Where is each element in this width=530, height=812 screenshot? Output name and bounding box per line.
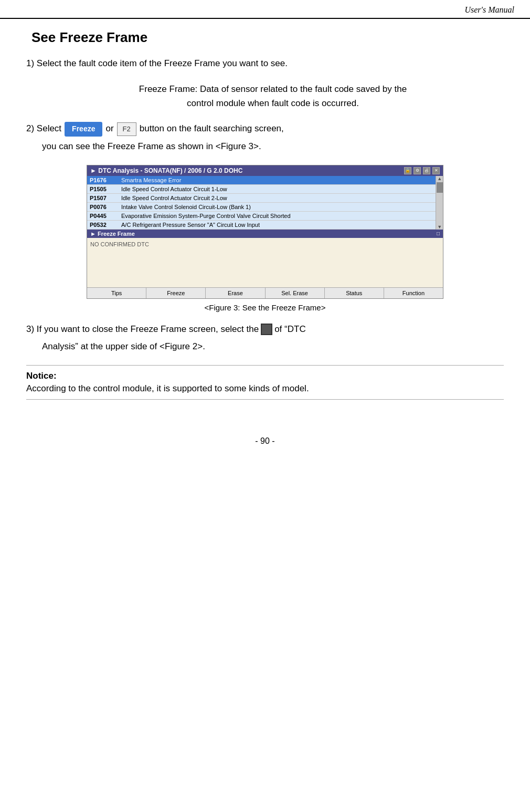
- table-row[interactable]: P0445Evaporative Emission System-Purge C…: [87, 211, 436, 220]
- screenshot-container: ► DTC Analysis - SONATA(NF) / 2006 / G 2…: [87, 165, 443, 312]
- page-header: User's Manual: [0, 0, 530, 19]
- dtc-description: Idle Speed Control Actuator Circuit 1-Lo…: [119, 184, 436, 193]
- dtc-analysis-screenshot: ► DTC Analysis - SONATA(NF) / 2006 / G 2…: [87, 165, 443, 299]
- manual-title: User's Manual: [464, 5, 514, 14]
- dtc-description: A/C Refrigerant Pressure Sensor "A" Circ…: [119, 220, 436, 229]
- dtc-code: P0445: [87, 211, 119, 220]
- freeze-frame-body: NO CONFIRMED DTC: [87, 238, 443, 287]
- no-confirmed-dtc: NO CONFIRMED DTC: [90, 240, 440, 248]
- step2-or: or: [105, 121, 113, 137]
- lock-icon: 🔒: [404, 167, 411, 174]
- sc-button-freeze[interactable]: Freeze: [146, 288, 206, 298]
- sc-button-tips[interactable]: Tips: [87, 288, 146, 298]
- dtc-description: Idle Speed Control Actuator Circuit 2-Lo…: [119, 193, 436, 202]
- step3: 3) If you want to close the Freeze Frame…: [26, 321, 504, 355]
- notice-section: Notice: According to the control module,…: [26, 365, 504, 400]
- table-row[interactable]: P1676Smartra Message Error: [87, 176, 436, 185]
- scroll-thumb[interactable]: [437, 182, 443, 193]
- print-icon: 🖨: [423, 167, 430, 174]
- table-row[interactable]: P0076Intake Valve Control Solenoid Circu…: [87, 202, 436, 211]
- step3-line2: Analysis” at the upper side of <Figure 2…: [42, 339, 504, 355]
- scrollbar[interactable]: ▲ ▼: [436, 176, 443, 230]
- step3-line1: 3) If you want to close the Freeze Frame…: [26, 321, 504, 338]
- screenshot-titlebar: ► DTC Analysis - SONATA(NF) / 2006 / G 2…: [87, 165, 443, 176]
- freeze-desc-line1: Freeze Frame: Data of sensor related to …: [42, 82, 504, 96]
- notice-title: Notice:: [26, 371, 504, 381]
- step2: 2) Select Freeze or F2 button on the fau…: [26, 121, 504, 154]
- sc-button-erase[interactable]: Erase: [206, 288, 265, 298]
- dtc-description: Intake Valve Control Solenoid Circuit-Lo…: [119, 202, 436, 211]
- sc-button-function[interactable]: Function: [384, 288, 443, 298]
- step1: 1) Select the fault code item of the Fre…: [26, 56, 504, 71]
- sc-button-status[interactable]: Status: [325, 288, 384, 298]
- freeze-frame-description: Freeze Frame: Data of sensor related to …: [42, 82, 504, 110]
- settings-icon: ⚙: [414, 167, 421, 174]
- dtc-code: P0076: [87, 202, 119, 211]
- table-row[interactable]: P1505Idle Speed Control Actuator Circuit…: [87, 184, 436, 193]
- dtc-table: P1676Smartra Message ErrorP1505Idle Spee…: [87, 176, 436, 230]
- figure-caption: <Figure 3: See the Freeze Frame>: [87, 303, 443, 312]
- step3-suffix: of “DTC: [274, 321, 306, 338]
- screenshot-title: ► DTC Analysis - SONATA(NF) / 2006 / G 2…: [90, 167, 242, 174]
- page-title: See Freeze Frame: [31, 29, 504, 46]
- step2-line1: 2) Select Freeze or F2 button on the fau…: [26, 121, 504, 137]
- step2-suffix: button on the fault searching screen,: [140, 121, 284, 137]
- dtc-code: P1505: [87, 184, 119, 193]
- square-icon: [261, 324, 272, 335]
- freeze-button-inline: Freeze: [65, 122, 102, 137]
- footer: - 90 -: [0, 421, 530, 456]
- titlebar-icons: 🔒 ⚙ 🖨 ✕: [404, 167, 440, 174]
- main-content: See Freeze Frame 1) Select the fault cod…: [0, 19, 530, 421]
- step3-prefix: 3) If you want to close the Freeze Frame…: [26, 321, 259, 338]
- button-bar: TipsFreezeEraseSel. EraseStatusFunction: [87, 287, 443, 298]
- freeze-frame-header: ► Freeze Frame □: [87, 230, 443, 238]
- step2-line2: you can see the Freeze Frame as shown in…: [42, 139, 504, 154]
- page-number: - 90 -: [255, 436, 274, 445]
- step2-prefix: 2) Select: [26, 121, 61, 137]
- dtc-code: P1676: [87, 176, 119, 185]
- dtc-description: Smartra Message Error: [119, 176, 436, 185]
- close-icon: ✕: [432, 167, 440, 174]
- table-row[interactable]: P1507Idle Speed Control Actuator Circuit…: [87, 193, 436, 202]
- dtc-code: P0532: [87, 220, 119, 229]
- dtc-table-wrapper: P1676Smartra Message ErrorP1505Idle Spee…: [87, 176, 443, 230]
- table-row[interactable]: P0532A/C Refrigerant Pressure Sensor "A"…: [87, 220, 436, 229]
- sc-button-sel.-erase[interactable]: Sel. Erase: [266, 288, 325, 298]
- f2-button-inline: F2: [117, 122, 136, 136]
- step1-text: 1) Select the fault code item of the Fre…: [26, 58, 288, 68]
- freeze-close-icon: □: [437, 231, 440, 236]
- dtc-description: Evaporative Emission System-Purge Contro…: [119, 211, 436, 220]
- dtc-code: P1507: [87, 193, 119, 202]
- notice-text: According to the control module, it is s…: [26, 383, 504, 394]
- freeze-desc-line2: control module when fault code is occurr…: [42, 96, 504, 110]
